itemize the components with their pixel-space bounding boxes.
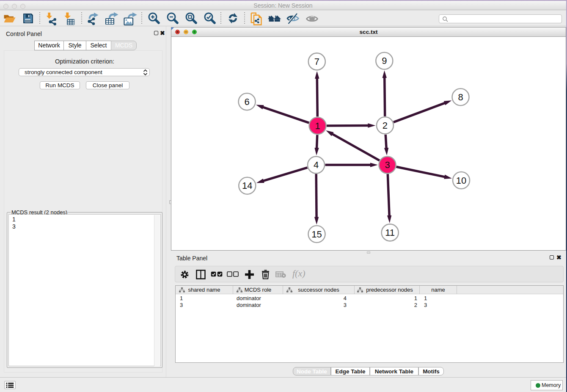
svg-text:14: 14: [242, 180, 252, 191]
svg-text:11: 11: [385, 227, 395, 238]
svg-text:9: 9: [382, 55, 387, 66]
svg-text:10: 10: [456, 175, 466, 186]
svg-text:8: 8: [458, 92, 463, 102]
svg-text:2: 2: [383, 120, 388, 131]
svg-text:3: 3: [385, 160, 390, 170]
svg-text:4: 4: [314, 160, 319, 170]
svg-text:15: 15: [311, 229, 322, 240]
svg-text:1: 1: [315, 121, 320, 131]
svg-text:7: 7: [314, 56, 319, 67]
svg-text:6: 6: [244, 97, 249, 107]
